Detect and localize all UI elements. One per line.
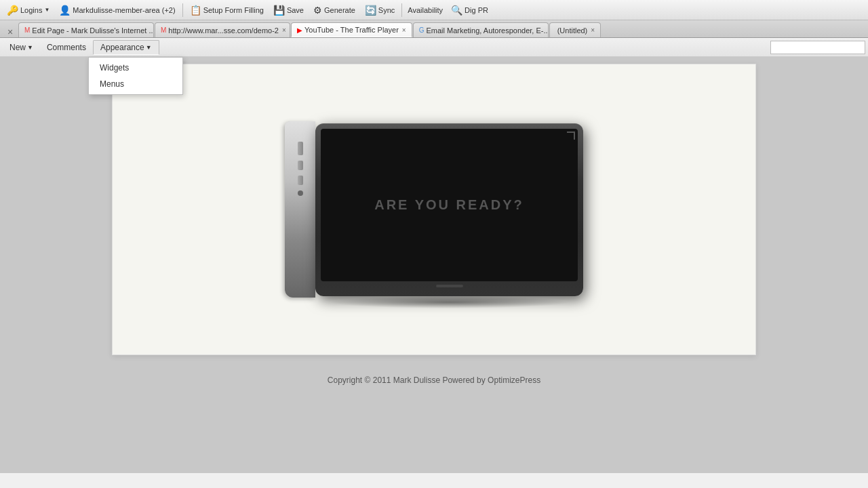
tab3-icon: ▶	[297, 26, 302, 34]
generate-button[interactable]: ⚙ Generate	[309, 2, 359, 18]
phone-side-btn-3	[298, 176, 303, 185]
menu-item-appearance[interactable]: Appearance ▼	[93, 40, 159, 55]
menu-item-comments[interactable]: Comments	[40, 40, 93, 55]
appearance-chevron: ▼	[146, 44, 152, 51]
device-container: ARE YOU READY?	[285, 121, 583, 298]
dig-pr-icon: 🔍	[451, 5, 462, 16]
generate-icon: ⚙	[313, 5, 322, 16]
tab5-close[interactable]: ×	[591, 26, 595, 34]
menu-search-input[interactable]	[770, 41, 865, 54]
markdulisse-icon: 👤	[59, 5, 71, 16]
phone-screen-corner	[567, 131, 575, 140]
tab2-icon: M	[161, 26, 166, 34]
phone-shadow	[329, 296, 570, 308]
setup-form-button[interactable]: 📋 Setup Form Filling	[186, 2, 268, 18]
sync-icon: 🔄	[365, 5, 376, 16]
toolbar-separator-1	[182, 3, 183, 17]
menu-item-new[interactable]: New ▼	[3, 40, 40, 55]
logins-arrow: ▼	[44, 7, 50, 13]
tab3-close[interactable]: ×	[402, 26, 406, 34]
tab2-close[interactable]: ×	[282, 26, 286, 34]
markdulisse-button[interactable]: 👤 Markdulisse-member-area (+2)	[55, 2, 179, 18]
menu-bar: New ▼ Comments Appearance ▼ Widgets Menu…	[0, 38, 868, 57]
tab1-icon: M	[24, 26, 30, 34]
phone-screen-text: ARE YOU READY?	[374, 197, 524, 213]
new-chevron: ▼	[27, 44, 33, 51]
tab-demo2[interactable]: M http://www.mar...sse.com/demo-2 ×	[155, 22, 290, 37]
phone-wrapper: ARE YOU READY?	[315, 123, 583, 296]
setup-form-icon: 📋	[190, 5, 201, 16]
phone-side-btn-2	[298, 161, 303, 170]
phone-body: ARE YOU READY?	[315, 123, 583, 296]
tab-untitled[interactable]: (Untitled) ×	[549, 22, 601, 37]
new-tab-button[interactable]: ×	[3, 26, 18, 37]
tabs-row: × M Edit Page - Mark Dulisse's Internet …	[0, 20, 868, 38]
save-icon: 💾	[273, 5, 285, 16]
phone-side-btn-1	[298, 142, 303, 155]
tab4-icon: G	[419, 26, 425, 34]
main-content: ARE YOU READY? Copyright © 2011 Mark Dul…	[0, 57, 868, 473]
tab-email-marketing[interactable]: G Email Marketing, Autoresponder, E-... …	[413, 22, 549, 37]
save-button[interactable]: 💾 Save	[269, 2, 308, 18]
dig-pr-button[interactable]: 🔍 Dig PR	[447, 2, 492, 18]
page-wrapper: ARE YOU READY? Copyright © 2011 Mark Dul…	[0, 57, 868, 473]
tab-youtube-traffic[interactable]: ▶ YouTube - The Traffic Player ×	[291, 22, 412, 37]
appearance-dropdown: Widgets Menus	[88, 57, 183, 95]
page-footer: Copyright © 2011 Mark Dulisse Powered by…	[321, 369, 547, 392]
availability-label: Availability	[405, 6, 446, 14]
phone-home-bar	[436, 285, 463, 287]
sync-button[interactable]: 🔄 Sync	[361, 2, 399, 18]
logins-button[interactable]: 🔑 Logins ▼	[3, 2, 54, 18]
toolbar-separator-2	[401, 3, 402, 17]
tab-edit-page[interactable]: M Edit Page - Mark Dulisse's Internet ..…	[18, 22, 154, 37]
phone-side	[285, 121, 315, 298]
dropdown-item-widgets[interactable]: Widgets	[89, 60, 182, 76]
logins-icon: 🔑	[7, 5, 18, 16]
phone-bottom-bar	[321, 281, 578, 291]
toolbar: 🔑 Logins ▼ 👤 Markdulisse-member-area (+2…	[0, 0, 868, 20]
dropdown-item-menus[interactable]: Menus	[89, 76, 182, 92]
phone-screen: ARE YOU READY?	[321, 129, 578, 281]
phone-side-dot	[298, 190, 303, 196]
content-box: ARE YOU READY?	[112, 64, 756, 355]
